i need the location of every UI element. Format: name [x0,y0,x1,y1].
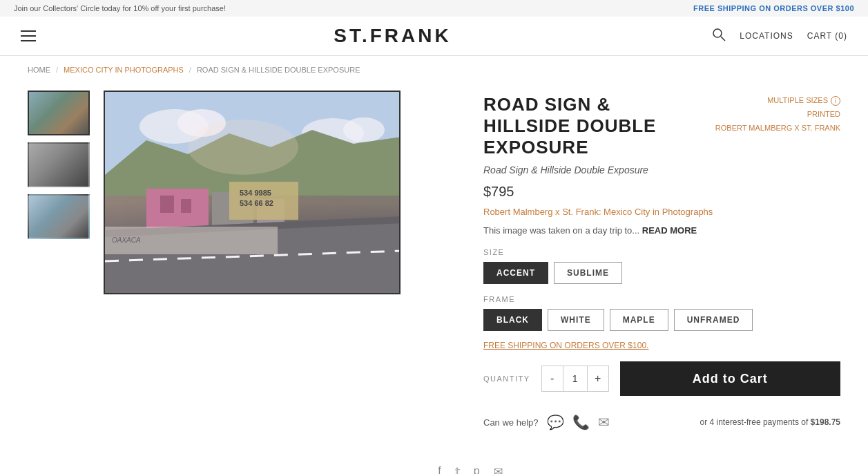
size-options: ACCENT SUBLIME [483,262,840,284]
thumbnail-list [28,91,93,430]
frame-option-unframed[interactable]: UNFRAMED [674,309,753,331]
email-share-icon[interactable]: ✉ [494,465,503,474]
can-we-help-text: Can we help? [483,417,539,428]
hamburger-line-3 [21,40,36,41]
quantity-decrease-button[interactable]: - [542,366,563,391]
pinterest-share-icon[interactable]: p [474,465,480,474]
product-title-line2: HILLSIDE DOUBLE [483,115,656,136]
svg-point-22 [188,120,298,175]
product-title: ROAD SIGN & HILLSIDE DOUBLE EXPOSURE [483,94,702,159]
frame-option-maple[interactable]: MAPLE [610,309,668,331]
installment-price: $198.75 [811,417,840,427]
collection-link[interactable]: Robert Malmberg x St. Frank: Mexico City… [483,207,840,217]
size-option-sublime[interactable]: SUBLIME [554,262,622,284]
svg-line-1 [721,37,725,41]
installment-info: or 4 interest-free payments of $198.75 [700,417,840,427]
frame-section: FRAME BLACK WHITE MAPLE UNFRAMED [483,295,840,331]
top-banner: Join our Collectors' Circle today for 10… [0,0,868,17]
read-more-button[interactable]: READ MORE [642,225,697,236]
breadcrumb-current: ROAD SIGN & HILLSIDE DOUBLE EXPOSURE [197,66,360,74]
breadcrumb-sep-2: / [189,66,191,74]
size-label: SIZE [483,248,840,256]
frame-option-white[interactable]: WHITE [548,309,604,331]
product-layout: 534 9985 534 66 82 OAXACA ROAD SIGN & HI… [0,84,868,451]
frame-label: FRAME [483,295,840,303]
info-circle-icon[interactable]: i [831,96,840,106]
product-price: $795 [483,184,840,200]
product-subtitle: Road Sign & Hillside Double Exposure [483,164,840,176]
breadcrumb-sep-1: / [56,66,58,74]
quantity-input[interactable] [563,366,588,391]
hamburger-line-2 [21,35,36,37]
chat-icon[interactable]: 💬 [547,414,564,430]
frame-option-black[interactable]: BLACK [483,309,542,331]
product-title-line1: ROAD SIGN & [483,94,610,115]
facebook-share-icon[interactable]: f [438,465,441,474]
quantity-increase-button[interactable]: + [588,366,608,391]
breadcrumb-home[interactable]: HOME [28,66,50,74]
quantity-label: QUANTITY [483,375,530,383]
product-title-line3: EXPOSURE [483,137,589,158]
meta-artist: ROBERT MALMBERG X ST. FRANK [715,122,840,135]
social-share: f 𝕥 p ✉ [0,465,868,474]
hamburger-menu[interactable] [21,30,76,41]
email-icon[interactable]: ✉ [598,414,610,430]
banner-right-text: FREE SHIPPING ON ORDERS OVER $100 [693,4,854,12]
svg-point-0 [713,29,722,37]
thumbnail-3[interactable] [28,194,90,239]
site-logo[interactable]: ST.FRANK [334,25,451,47]
purchase-row: QUANTITY - + Add to Cart [483,361,840,396]
can-we-help: Can we help? 💬 📞 ✉ [483,414,610,430]
locations-link[interactable]: LOCATIONS [740,31,793,41]
search-icon[interactable] [712,28,726,45]
hamburger-line-1 [21,30,36,32]
header-left [21,30,76,41]
size-section: SIZE ACCENT SUBLIME [483,248,840,284]
help-row: Can we help? 💬 📞 ✉ or 4 interest-free pa… [483,407,840,430]
banner-left-text: Join our Collectors' Circle today for 10… [14,4,226,12]
product-description: This image was taken on a day trip to...… [483,224,840,238]
product-meta-right: MULTIPLE SIZES i PRINTED ROBERT MALMBERG… [715,94,840,135]
product-info: ROAD SIGN & HILLSIDE DOUBLE EXPOSURE MUL… [483,91,840,430]
free-shipping-link[interactable]: FREE SHIPPING ON ORDERS OVER $100. [483,341,840,350]
twitter-share-icon[interactable]: 𝕥 [455,465,460,474]
phone-icon[interactable]: 📞 [572,414,590,430]
add-to-cart-button[interactable]: Add to Cart [620,361,840,396]
thumbnail-1[interactable] [28,91,90,135]
product-meta-top: ROAD SIGN & HILLSIDE DOUBLE EXPOSURE MUL… [483,94,840,159]
breadcrumb: HOME / MEXICO CITY IN PHOTOGRAPHS / ROAD… [0,56,868,84]
main-product-image: 534 9985 534 66 82 OAXACA [104,91,401,294]
image-section: 534 9985 534 66 82 OAXACA [28,91,456,430]
frame-options: BLACK WHITE MAPLE UNFRAMED [483,309,840,331]
header-right: LOCATIONS CART (0) [709,28,847,45]
meta-printed: PRINTED [715,108,840,122]
size-option-accent[interactable]: ACCENT [483,262,548,284]
main-image-container: 534 9985 534 66 82 OAXACA [104,91,456,430]
quantity-controls: - + [541,366,609,392]
thumbnail-2[interactable] [28,142,90,187]
cart-link[interactable]: CART (0) [807,31,847,41]
meta-sizes: MULTIPLE SIZES i [715,94,840,108]
breadcrumb-collection[interactable]: MEXICO CITY IN PHOTOGRAPHS [64,66,184,74]
header: ST.FRANK LOCATIONS CART (0) [0,17,868,56]
